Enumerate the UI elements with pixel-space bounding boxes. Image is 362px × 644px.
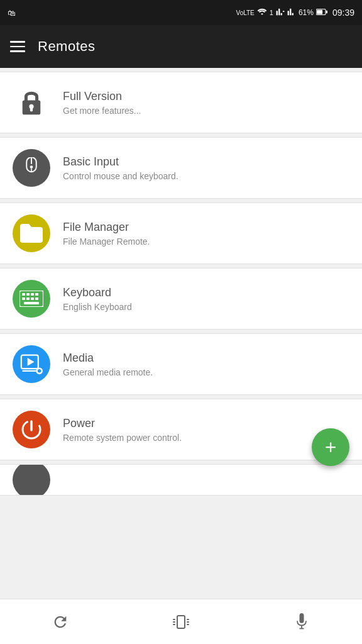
basic-input-text: Basic Input Control mouse and keyboard. [63,155,178,181]
svg-rect-17 [31,297,34,300]
app-bar: Remotes [0,25,362,68]
svg-rect-34 [300,613,304,623]
remotes-list: Full Version Get more features... Basic … [0,68,362,599]
signal2-icon [287,8,296,18]
power-title: Power [63,417,182,430]
list-item-media[interactable]: Media General media remote. [0,333,362,395]
time-display: 09:39 [332,8,354,18]
partial-icon-wrapper [13,464,50,496]
file-manager-title: File Manager [63,221,150,234]
sim-icon: 1 [270,9,273,16]
phone-vibrate-button[interactable] [156,599,206,644]
keyboard-title: Keyboard [63,286,132,299]
svg-rect-1 [317,9,322,14]
svg-marker-21 [28,358,35,366]
folder-icon [20,224,43,243]
refresh-button[interactable] [35,599,85,644]
svg-rect-18 [35,297,38,300]
keyboard-text: Keyboard English Keyboard [63,286,132,312]
list-item-partial[interactable] [0,464,362,496]
keyboard-subtitle: English Keyboard [63,302,132,312]
media-subtitle: General media remote. [63,367,153,377]
svg-point-8 [30,165,33,169]
mic-icon [294,613,309,631]
svg-rect-15 [22,297,25,300]
battery-percent: 61% [299,8,314,17]
wifi-icon [257,8,267,18]
list-item-power[interactable]: Power Remote system power control. + [0,399,362,460]
power-icon-wrapper [13,411,50,448]
list-item-keyboard[interactable]: Keyboard English Keyboard [0,268,362,330]
signal-icon [276,8,285,18]
media-title: Media [63,352,153,365]
bottom-navigation [0,599,362,644]
volte-icon: VoLTE [236,9,255,16]
status-bar: 🛍 VoLTE 1 61% [0,0,362,25]
list-item-basic-input[interactable]: Basic Input Control mouse and keyboard. [0,137,362,199]
refresh-icon [52,613,69,631]
file-manager-icon-wrapper [13,214,50,252]
lock-icon [17,87,46,118]
full-version-subtitle: Get more features... [63,106,141,116]
full-version-icon-wrapper [13,84,50,121]
svg-rect-14 [35,293,38,296]
svg-rect-12 [26,293,30,296]
svg-rect-19 [24,302,39,304]
media-icon-wrapper [13,345,50,383]
power-icon [21,419,42,440]
svg-rect-27 [177,616,185,628]
svg-rect-13 [31,293,34,296]
keyboard-icon-wrapper [13,280,50,318]
svg-rect-11 [22,293,25,296]
basic-input-title: Basic Input [63,155,178,169]
hamburger-menu-button[interactable] [10,41,25,52]
fab-plus-icon: + [325,437,337,457]
power-text: Power Remote system power control. [63,417,182,443]
basic-input-icon-wrapper [13,149,50,187]
page-title: Remotes [38,38,96,55]
keyboard-icon [19,291,43,307]
media-play-icon [20,353,43,375]
battery-icon [316,8,327,18]
list-item-file-manager[interactable]: File Manager File Manager Remote. [0,203,362,264]
phone-vibrate-icon [172,613,190,631]
power-subtitle: Remote system power control. [63,433,182,443]
svg-rect-5 [30,108,33,112]
full-version-title: Full Version [63,90,141,103]
basic-input-subtitle: Control mouse and keyboard. [63,171,178,181]
svg-point-23 [38,369,41,372]
svg-rect-16 [26,297,30,300]
file-manager-subtitle: File Manager Remote. [63,236,150,247]
wallet-icon: 🛍 [8,8,16,18]
full-version-text: Full Version Get more features... [63,90,141,116]
svg-rect-2 [326,10,327,13]
fab-add-button[interactable]: + [312,428,349,466]
media-text: Media General media remote. [63,352,153,377]
list-item-full-version[interactable]: Full Version Get more features... [0,72,362,133]
file-manager-text: File Manager File Manager Remote. [63,221,150,247]
mic-button[interactable] [277,599,327,644]
mouse-icon [21,157,42,179]
